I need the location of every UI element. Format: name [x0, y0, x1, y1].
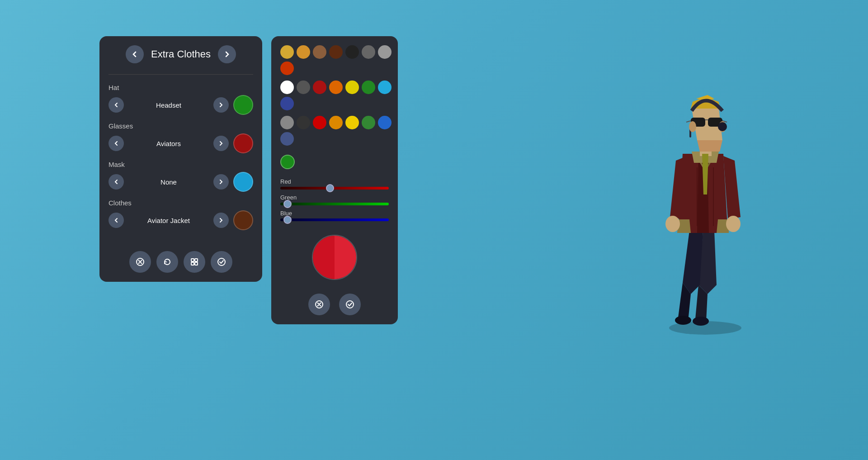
- swatch-mid-gray[interactable]: [297, 81, 310, 94]
- hat-item-name: Headset: [128, 101, 209, 109]
- mask-item-name: None: [128, 178, 209, 186]
- swatch-bright-green[interactable]: [362, 116, 375, 129]
- swatch-yellow[interactable]: [345, 81, 359, 94]
- red-slider-row: Red: [280, 178, 389, 190]
- mask-next-button[interactable]: [213, 174, 229, 190]
- blue-slider[interactable]: [280, 218, 389, 221]
- swatch-light-gray[interactable]: [378, 45, 392, 59]
- svg-point-14: [675, 316, 691, 325]
- picker-bottom-buttons: [280, 294, 389, 315]
- character-display: [615, 27, 796, 344]
- color-preview-before: [313, 236, 335, 279]
- hat-label: Hat: [108, 84, 253, 91]
- mask-color-circle[interactable]: [233, 172, 253, 192]
- swatch-black[interactable]: [345, 45, 359, 59]
- swatch-red[interactable]: [313, 81, 326, 94]
- swatch-tan[interactable]: [280, 45, 294, 59]
- hat-prev-button[interactable]: [108, 97, 124, 113]
- clothes-next-button[interactable]: [213, 213, 229, 228]
- glasses-prev-button[interactable]: [108, 136, 124, 151]
- hat-section: Hat Headset: [108, 84, 253, 115]
- picker-confirm-button[interactable]: [339, 294, 361, 315]
- mask-prev-button[interactable]: [108, 174, 124, 190]
- left-panel: Extra Clothes Hat Headset: [99, 36, 262, 282]
- mask-row: None: [108, 172, 253, 192]
- swatch-cyan[interactable]: [378, 81, 392, 94]
- mask-label: Mask: [108, 161, 253, 168]
- color-swatches-row2: [280, 81, 389, 110]
- svg-point-11: [693, 317, 709, 326]
- color-swatches-row3: [280, 116, 389, 146]
- swatch-white[interactable]: [280, 81, 294, 94]
- svg-rect-2: [195, 259, 198, 261]
- randomize-button[interactable]: [184, 251, 205, 273]
- swatch-bright-red[interactable]: [313, 116, 326, 129]
- color-preview-after: [335, 236, 356, 279]
- clothes-label: Clothes: [108, 199, 253, 207]
- color-preview-circle: [312, 235, 357, 280]
- hat-row: Headset: [108, 95, 253, 115]
- svg-line-33: [686, 121, 691, 122]
- glasses-item-name: Aviators: [128, 140, 209, 147]
- picker-cancel-button[interactable]: [308, 294, 330, 315]
- panel-header: Extra Clothes: [108, 45, 253, 63]
- svg-point-25: [726, 216, 741, 232]
- confirm-button[interactable]: [211, 251, 232, 273]
- color-swatches-row1: [280, 45, 389, 75]
- swatch-green[interactable]: [362, 81, 375, 94]
- svg-point-5: [218, 258, 225, 266]
- nav-back-button[interactable]: [126, 45, 144, 63]
- swatch-navy[interactable]: [280, 132, 294, 146]
- swatch-amber[interactable]: [329, 116, 343, 129]
- clothes-section: Clothes Aviator Jacket: [108, 199, 253, 230]
- clothes-prev-button[interactable]: [108, 213, 124, 228]
- svg-marker-29: [697, 140, 722, 152]
- green-slider[interactable]: [280, 203, 389, 205]
- selected-color-indicator: [280, 155, 295, 169]
- panel-title: Extra Clothes: [151, 48, 211, 60]
- swatch-brown[interactable]: [313, 45, 326, 59]
- svg-point-24: [665, 216, 680, 232]
- swatch-dark-brown[interactable]: [329, 45, 343, 59]
- glasses-color-circle[interactable]: [233, 133, 253, 153]
- swatch-bright-yellow[interactable]: [345, 116, 359, 129]
- hat-next-button[interactable]: [213, 97, 229, 113]
- svg-point-41: [718, 122, 727, 131]
- swatch-charcoal[interactable]: [297, 116, 310, 129]
- glasses-row: Aviators: [108, 133, 253, 153]
- red-slider[interactable]: [280, 187, 389, 190]
- clothes-color-circle[interactable]: [233, 210, 253, 230]
- swatch-orange-brown[interactable]: [297, 45, 310, 59]
- svg-rect-1: [191, 259, 194, 261]
- green-slider-row: Green: [280, 194, 389, 205]
- hat-color-circle[interactable]: [233, 95, 253, 115]
- svg-point-39: [689, 121, 696, 132]
- blue-slider-row: Blue: [280, 210, 389, 221]
- rgb-sliders: Red Green Blue: [280, 178, 389, 221]
- character-svg: [619, 32, 791, 339]
- svg-rect-3: [191, 262, 194, 265]
- nav-forward-button[interactable]: [218, 45, 236, 63]
- swatch-silver[interactable]: [280, 116, 294, 129]
- cancel-button[interactable]: [129, 251, 151, 273]
- divider: [108, 74, 253, 75]
- swatch-dark-gray[interactable]: [362, 45, 375, 59]
- reset-button[interactable]: [156, 251, 178, 273]
- glasses-next-button[interactable]: [213, 136, 229, 151]
- glasses-label: Glasses: [108, 122, 253, 130]
- left-panel-bottom-buttons: [108, 237, 253, 273]
- mask-section: Mask None: [108, 161, 253, 192]
- clothes-row: Aviator Jacket: [108, 210, 253, 230]
- swatch-dark-red[interactable]: [280, 62, 294, 75]
- clothes-item-name: Aviator Jacket: [128, 217, 209, 224]
- svg-rect-4: [195, 262, 198, 265]
- glasses-section: Glasses Aviators: [108, 122, 253, 153]
- svg-point-7: [346, 301, 354, 308]
- swatch-orange[interactable]: [329, 81, 343, 94]
- color-picker-panel: Red Green Blue: [271, 36, 398, 324]
- swatch-dark-blue[interactable]: [280, 97, 294, 110]
- swatch-blue[interactable]: [378, 116, 392, 129]
